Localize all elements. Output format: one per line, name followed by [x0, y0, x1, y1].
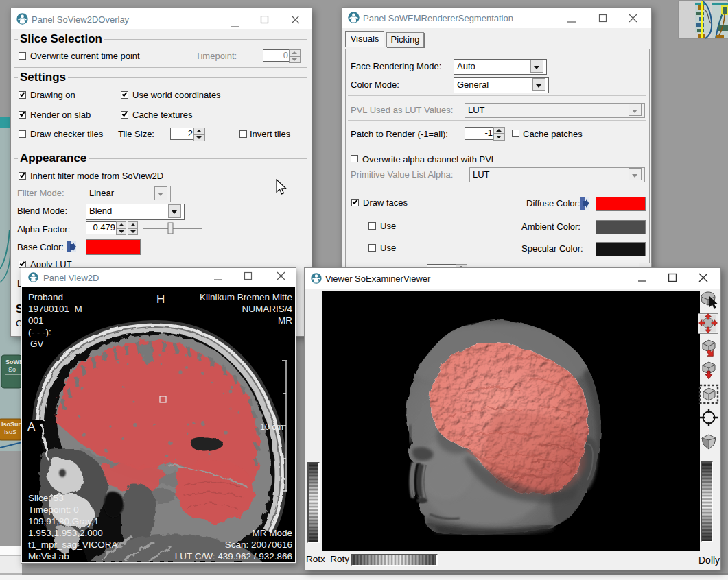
svg-text:t1_mpr_sag_VICORA: t1_mpr_sag_VICORA — [28, 540, 118, 550]
svg-text:1.953,1.953,2.000: 1.953,1.953,2.000 — [28, 528, 103, 538]
svg-text:19780101 M: 19780101 M — [28, 304, 82, 314]
svg-text:LUT C/W: 439.962 / 932.866: LUT C/W: 439.962 / 932.866 — [175, 551, 292, 561]
svg-text:109,91,80,Gray,1: 109,91,80,Gray,1 — [28, 516, 99, 527]
svg-text:(- - -):: (- - -): — [28, 327, 51, 337]
svg-text:Klinikum Bremen Mitte: Klinikum Bremen Mitte — [200, 292, 292, 302]
svg-text:Scan: 20070616: Scan: 20070616 — [225, 540, 292, 550]
svg-text:NUMARIS/4: NUMARIS/4 — [242, 304, 292, 314]
svg-text:Proband: Proband — [28, 292, 63, 302]
svg-text:So: So — [8, 366, 16, 373]
svg-text:001: 001 — [28, 315, 44, 326]
svg-text:10 cm: 10 cm — [260, 422, 283, 432]
svg-text:A: A — [27, 420, 36, 433]
svg-text:MR: MR — [278, 315, 292, 326]
svg-text:MR Mode: MR Mode — [252, 528, 292, 538]
svg-text:H: H — [156, 293, 165, 306]
svg-text:IsoS: IsoS — [4, 428, 16, 435]
svg-text:Slice: 53: Slice: 53 — [28, 493, 64, 503]
svg-text:MeVisLab: MeVisLab — [28, 551, 69, 561]
svg-text:Timepoint: 0: Timepoint: 0 — [28, 505, 79, 515]
svg-text:GV: GV — [30, 339, 44, 349]
